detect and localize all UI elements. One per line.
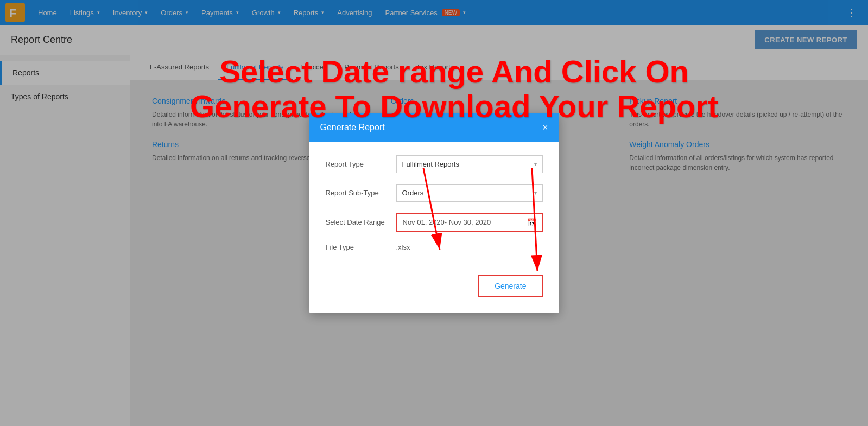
generate-report-modal: Generate Report × Report Type Fulfilment… bbox=[309, 113, 559, 313]
date-range-label: Select Date Range bbox=[326, 218, 396, 226]
report-type-select[interactable]: Fulfilment Reports ▾ bbox=[396, 155, 543, 173]
generate-button[interactable]: Generate bbox=[478, 275, 542, 297]
chevron-down-icon: ▾ bbox=[534, 161, 537, 167]
date-range-row: Select Date Range Nov 01, 2020- Nov 30, … bbox=[326, 213, 543, 232]
file-type-row: File Type .xlsx bbox=[326, 243, 543, 251]
report-type-label: Report Type bbox=[326, 160, 396, 168]
file-type-label: File Type bbox=[326, 243, 396, 251]
modal-header: Generate Report × bbox=[309, 113, 559, 142]
report-sub-type-row: Report Sub-Type Orders ▾ bbox=[326, 184, 543, 202]
report-type-row: Report Type Fulfilment Reports ▾ bbox=[326, 155, 543, 173]
calendar-icon: 📅 bbox=[527, 218, 536, 227]
file-type-value: .xlsx bbox=[396, 243, 410, 251]
modal-body: Report Type Fulfilment Reports ▾ Report … bbox=[309, 142, 559, 275]
date-range-input[interactable]: Nov 01, 2020- Nov 30, 2020 📅 bbox=[396, 213, 543, 232]
report-sub-type-label: Report Sub-Type bbox=[326, 189, 396, 197]
modal-footer: Generate bbox=[309, 275, 559, 297]
chevron-down-icon: ▾ bbox=[534, 190, 537, 196]
modal-title: Generate Report bbox=[320, 123, 385, 132]
close-icon[interactable]: × bbox=[542, 122, 548, 133]
report-sub-type-select[interactable]: Orders ▾ bbox=[396, 184, 543, 202]
